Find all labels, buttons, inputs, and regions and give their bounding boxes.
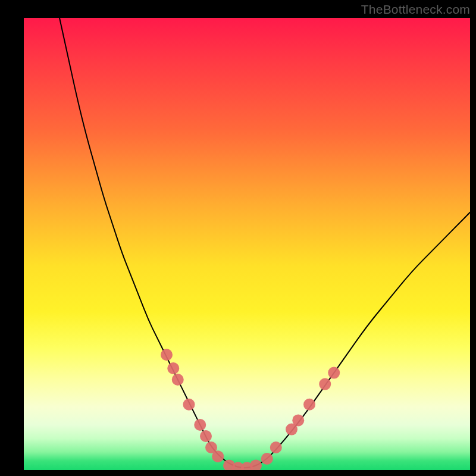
marker-points — [161, 349, 340, 474]
marker-point — [303, 399, 315, 411]
marker-point — [161, 349, 173, 361]
bottleneck-curve — [60, 18, 470, 468]
marker-point — [212, 450, 224, 462]
chart-svg — [0, 0, 476, 476]
marker-point — [292, 414, 304, 426]
marker-point — [194, 419, 206, 431]
marker-point — [200, 430, 212, 442]
marker-point — [261, 453, 273, 465]
marker-point — [167, 362, 179, 374]
marker-point — [270, 441, 282, 453]
marker-point — [250, 459, 262, 471]
marker-point — [319, 378, 331, 390]
chart-frame: TheBottleneck.com — [0, 0, 476, 476]
marker-point — [172, 374, 184, 386]
marker-point — [328, 367, 340, 379]
marker-point — [183, 399, 195, 411]
